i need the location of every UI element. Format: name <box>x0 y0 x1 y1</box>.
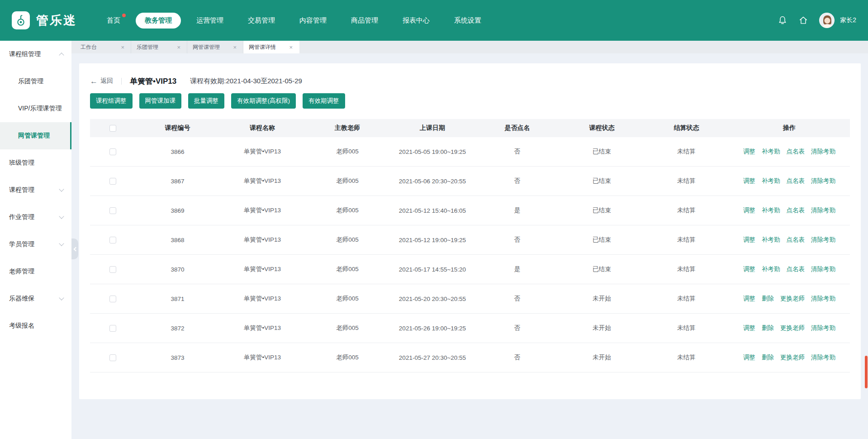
row-action-link[interactable]: 调整 <box>743 236 755 244</box>
row-action-link[interactable]: 清除考勤 <box>811 353 835 362</box>
topnav-item[interactable]: 报表中心 <box>394 13 439 29</box>
select-all-checkbox[interactable] <box>109 125 116 132</box>
header-teacher: 主教老师 <box>305 124 390 132</box>
cell-course-id: 3871 <box>135 296 220 302</box>
bell-icon[interactable] <box>778 15 787 25</box>
sidebar-item-label: 网管课管理 <box>18 132 50 140</box>
row-action-link[interactable]: 清除考勤 <box>811 265 835 273</box>
sidebar-item[interactable]: 作业管理 <box>0 204 71 231</box>
row-action-link[interactable]: 清除考勤 <box>811 295 835 303</box>
row-action-link[interactable]: 清除考勤 <box>811 177 835 185</box>
cell-course-status: 已结束 <box>560 148 644 156</box>
row-action-link[interactable]: 清除考勤 <box>811 206 835 215</box>
row-action-link[interactable]: 调整 <box>743 206 755 215</box>
row-action-link[interactable]: 点名表 <box>787 177 805 185</box>
topnav-item[interactable]: 运营管理 <box>187 13 232 29</box>
toolbar-button[interactable]: 网管课加课 <box>139 93 182 109</box>
cell-course-status: 已结束 <box>560 265 644 273</box>
course-table: 课程编号 课程名称 主教老师 上课日期 是否点名 课程状态 结算状态 操作 38… <box>90 119 850 372</box>
row-action-link[interactable]: 点名表 <box>787 265 805 273</box>
topnav-item[interactable]: 商品管理 <box>342 13 387 29</box>
toolbar-button[interactable]: 有效期调整(高权限) <box>231 93 296 109</box>
sidebar-item[interactable]: 课程组管理 <box>0 41 71 68</box>
row-action-link[interactable]: 清除考勤 <box>811 148 835 156</box>
sidebar-item[interactable]: 乐团管理 <box>0 68 71 95</box>
tab[interactable]: 网管课管理× <box>187 41 243 53</box>
cell-settlement: 未结算 <box>644 148 729 156</box>
tab-close-icon[interactable]: × <box>232 44 237 51</box>
cell-course-id: 3868 <box>135 237 220 243</box>
sidebar-item[interactable]: VIP/乐理课管理 <box>0 95 71 122</box>
sidebar-menu: 课程组管理乐团管理VIP/乐理课管理网管课管理班级管理课程管理作业管理学员管理老… <box>0 41 71 439</box>
cell-course-name: 单簧管•VIP13 <box>220 295 305 303</box>
table-row: 3870 单簧管•VIP13 老师005 2021-05-17 14:55~15… <box>90 255 850 284</box>
sidebar-item[interactable]: 乐器维保 <box>0 285 71 312</box>
row-checkbox[interactable] <box>109 266 116 273</box>
row-action-link[interactable]: 调整 <box>743 353 755 362</box>
topnav-item[interactable]: 首页 <box>98 13 129 29</box>
user-avatar[interactable] <box>819 13 835 28</box>
topnav-item[interactable]: 系统设置 <box>445 13 490 29</box>
toolbar-button[interactable]: 有效期调整 <box>303 93 345 109</box>
cell-course-status: 已结束 <box>560 236 644 244</box>
row-action-link[interactable]: 点名表 <box>787 148 805 156</box>
row-action-link[interactable]: 补考勤 <box>762 265 780 273</box>
cell-actions: 调整补考勤点名表清除考勤 <box>729 177 850 185</box>
sidebar-item[interactable]: 考级报名 <box>0 312 71 339</box>
cell-date: 2021-05-06 20:30~20:55 <box>390 178 475 185</box>
row-action-link[interactable]: 调整 <box>743 295 755 303</box>
row-action-link[interactable]: 清除考勤 <box>811 324 835 332</box>
tab-close-icon[interactable]: × <box>120 44 125 51</box>
row-checkbox[interactable] <box>109 207 116 214</box>
row-action-link[interactable]: 删除 <box>762 295 774 303</box>
app-header: 管乐迷 首页教务管理运营管理交易管理内容管理商品管理报表中心系统设置 家长2 <box>0 0 868 41</box>
row-checkbox[interactable] <box>109 354 116 361</box>
tab-close-icon[interactable]: × <box>288 44 294 51</box>
row-action-link[interactable]: 补考勤 <box>762 236 780 244</box>
tab[interactable]: 乐团管理× <box>131 41 187 53</box>
toolbar-button[interactable]: 课程组调整 <box>90 93 133 109</box>
topnav-item[interactable]: 教务管理 <box>136 13 181 29</box>
user-name[interactable]: 家长2 <box>840 16 856 24</box>
row-action-link[interactable]: 更换老师 <box>780 295 805 303</box>
row-action-link[interactable]: 删除 <box>762 353 774 362</box>
back-button[interactable]: ← 返回 <box>90 77 113 85</box>
topnav-item[interactable]: 内容管理 <box>290 13 336 29</box>
sidebar-item[interactable]: 班级管理 <box>0 149 71 177</box>
vertical-scrollbar-thumb[interactable] <box>865 356 868 388</box>
row-action-link[interactable]: 调整 <box>743 148 755 156</box>
row-checkbox[interactable] <box>109 237 116 243</box>
topnav-item[interactable]: 交易管理 <box>239 13 284 29</box>
cell-settlement: 未结算 <box>644 236 729 244</box>
sidebar-item[interactable]: 课程管理 <box>0 177 71 204</box>
row-action-link[interactable]: 调整 <box>743 265 755 273</box>
sidebar-item[interactable]: 学员管理 <box>0 231 71 258</box>
page-title-row: ← 返回 单簧管•VIP13 课程有效期:2021-04-30至2021-05-… <box>90 63 850 87</box>
home-icon[interactable] <box>798 15 808 25</box>
toolbar-button[interactable]: 批量调整 <box>188 93 224 109</box>
tab[interactable]: 工作台× <box>75 41 131 53</box>
cell-teacher: 老师005 <box>305 177 390 185</box>
sidebar-item[interactable]: 老师管理 <box>0 258 71 285</box>
row-checkbox[interactable] <box>109 178 116 185</box>
row-action-link[interactable]: 更换老师 <box>780 324 805 332</box>
row-action-link[interactable]: 补考勤 <box>762 148 780 156</box>
row-action-link[interactable]: 补考勤 <box>762 206 780 215</box>
row-action-link[interactable]: 更换老师 <box>780 353 805 362</box>
row-action-link[interactable]: 补考勤 <box>762 177 780 185</box>
tab-close-icon[interactable]: × <box>176 44 181 51</box>
row-action-link[interactable]: 删除 <box>762 324 774 332</box>
topnav: 首页教务管理运营管理交易管理内容管理商品管理报表中心系统设置 <box>98 13 490 29</box>
back-arrow-icon: ← <box>90 77 98 85</box>
brand-logo-icon[interactable] <box>12 11 30 29</box>
row-action-link[interactable]: 点名表 <box>787 206 805 215</box>
row-action-link[interactable]: 调整 <box>743 177 755 185</box>
row-checkbox[interactable] <box>109 296 116 302</box>
row-action-link[interactable]: 清除考勤 <box>811 236 835 244</box>
row-checkbox[interactable] <box>109 325 116 332</box>
sidebar-item[interactable]: 网管课管理 <box>0 122 71 149</box>
row-action-link[interactable]: 调整 <box>743 324 755 332</box>
row-checkbox[interactable] <box>109 148 116 155</box>
tab[interactable]: 网管课详情× <box>243 41 299 53</box>
row-action-link[interactable]: 点名表 <box>787 236 805 244</box>
